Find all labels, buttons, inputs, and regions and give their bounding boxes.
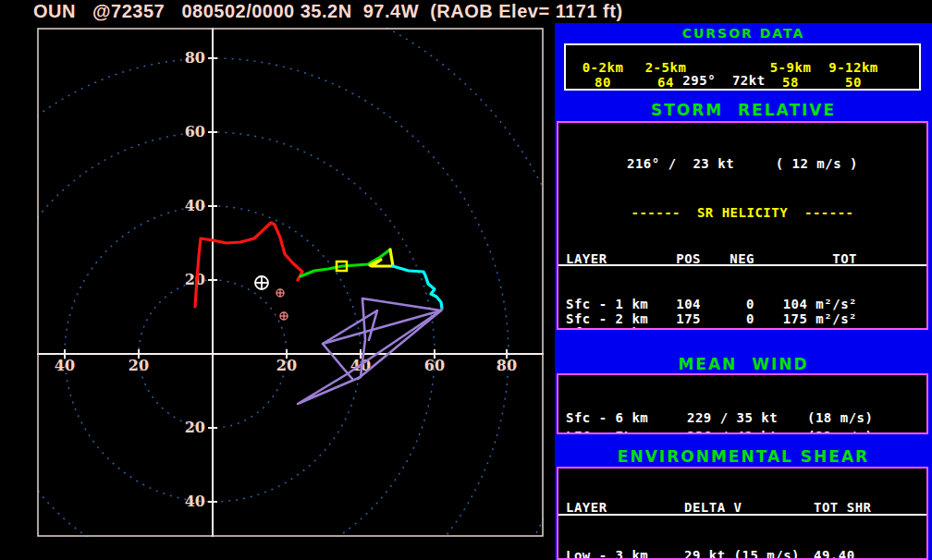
upper-trace-fan-1	[323, 310, 441, 344]
cursor-layer-label: 9-12km	[812, 61, 895, 75]
environmental-shear-box: LAYER DELTA V TOT SHR Low - 3 km29 kt (1…	[557, 467, 928, 560]
trace-0-3km	[195, 223, 302, 307]
cell-ms: (18 m/s)	[807, 409, 919, 428]
cell-tot-shr: 49.40	[814, 547, 919, 560]
x-axis-label: 80	[497, 357, 517, 374]
env-shear-rows: Low - 3 km29 kt (15 m/s)49.40Sfc - 2 km2…	[558, 547, 926, 560]
mean-wind-row: LFC - EL236 / 42 kt(22 m/s)	[558, 428, 926, 434]
trace-9-12km	[393, 266, 442, 309]
cell-ms: (22 m/s)	[807, 428, 919, 434]
y-axis-label: 40	[185, 197, 205, 214]
cell-layer: LFC - EL	[566, 428, 687, 434]
sr-helicity-row: Sfc - 1 km1040104 m²/s²	[558, 298, 926, 312]
cell-vector: 229 / 35 kt	[687, 409, 807, 428]
y-axis-label: 20	[185, 271, 205, 288]
col-layer: LAYER	[566, 502, 684, 514]
x-axis-label: 20	[276, 357, 297, 374]
y-axis-label: 20	[185, 419, 205, 436]
cursor-layer-column: 2-5km64	[624, 61, 707, 90]
mean-wind-row: Sfc - 6 km229 / 35 kt(18 m/s)	[558, 409, 926, 428]
env-shear-row: Low - 3 km29 kt (15 m/s)49.40	[558, 547, 926, 560]
cell-tot: 175 m²/s²	[754, 312, 919, 327]
x-axis-label: 60	[424, 357, 445, 374]
cell-layer: Sfc - 1 km	[566, 298, 675, 312]
cursor-data-title: CURSOR DATA	[555, 26, 932, 41]
data-sidebar: CURSOR DATA 295° 72kt 676 m²s² 0-2km802-…	[555, 23, 932, 560]
sr-helicity-row: Sfc - 3 km196-2195 m²/s²	[558, 326, 926, 330]
cell-delta-v: 29 kt (15 m/s)	[684, 547, 814, 560]
x-axis-label: 20	[129, 357, 149, 374]
hodograph-plot[interactable]: 806040202040402020406080	[37, 28, 544, 537]
environmental-shear-title: ENVIRONMENTAL SHEAR	[555, 447, 932, 466]
y-axis-label: 40	[185, 493, 205, 510]
cursor-layer-label: 2-5km	[624, 61, 707, 75]
cursor-layer-value: 64	[624, 76, 707, 90]
mean-wind-box: Sfc - 6 km229 / 35 kt(18 m/s)LFC - EL236…	[557, 373, 928, 434]
cell-neg: 0	[701, 312, 754, 327]
storm-relative-title: STORM RELATIVE	[555, 101, 932, 119]
range-ring-100kt	[37, 28, 544, 537]
sr-helicity-row: Sfc - 2 km1750175 m²/s²	[558, 312, 926, 327]
sr-helicity-rows: Sfc - 1 km1040104 m²/s²Sfc - 2 km1750175…	[558, 298, 926, 330]
cell-layer: Sfc - 6 km	[566, 409, 687, 428]
cell-pos: 104	[675, 298, 701, 312]
cell-layer: Sfc - 2 km	[566, 312, 675, 327]
sr-helicity-header: LAYER POS NEG TOT	[558, 254, 926, 266]
cursor-data-box: 295° 72kt 676 m²s² 0-2km802-5km645-9km58…	[564, 43, 921, 91]
storm-relative-box: 216° / 23 kt ( 12 m/s ) ------ SR HELICI…	[557, 121, 928, 330]
window-title: OUN @72357 080502/0000 35.2N 97.4W (RAOB…	[33, 1, 551, 22]
cursor-layer-column: 9-12km50	[812, 61, 895, 90]
y-axis-label: 60	[185, 123, 205, 140]
x-axis-label: 40	[55, 357, 75, 374]
cell-pos: 175	[675, 312, 701, 327]
plot-border	[38, 29, 543, 536]
cell-vector: 236 / 42 kt	[687, 428, 807, 434]
cell-tot: 195 m²/s²	[754, 326, 919, 330]
col-tot: TOT	[754, 254, 919, 264]
col-neg: NEG	[701, 254, 754, 264]
cell-layer: Low - 3 km	[566, 547, 684, 560]
cell-neg: -2	[701, 326, 754, 330]
range-ring-60kt	[37, 132, 435, 537]
cursor-layer-value: 50	[812, 76, 895, 90]
col-tot-shr: TOT SHR	[814, 502, 919, 514]
cell-tot: 104 m²/s²	[754, 298, 919, 312]
storm-motion-vector: 216° / 23 kt ( 12 m/s )	[558, 157, 926, 172]
mean-wind-rows: Sfc - 6 km229 / 35 kt(18 m/s)LFC - EL236…	[558, 409, 926, 434]
cell-neg: 0	[701, 298, 754, 312]
sr-helicity-section-title: ------ SR HELICITY ------	[558, 206, 926, 220]
col-pos: POS	[675, 254, 701, 264]
hodograph-svg: 806040202040402020406080	[37, 28, 544, 537]
col-delta-v: DELTA V	[684, 502, 814, 514]
cell-pos: 196	[675, 326, 701, 330]
y-axis-label: 80	[185, 49, 205, 67]
cell-layer: Sfc - 3 km	[566, 326, 675, 330]
col-layer: LAYER	[566, 254, 675, 264]
env-shear-header: LAYER DELTA V TOT SHR	[558, 502, 926, 516]
mean-wind-title: MEAN WIND	[555, 355, 932, 373]
